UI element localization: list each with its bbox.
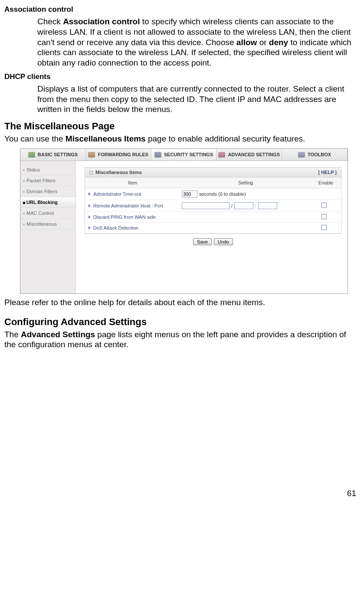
remote-port1-input[interactable] — [234, 202, 253, 209]
tab-label: FORWARDING RULES — [98, 152, 148, 157]
sidebar-item-domain-filters[interactable]: Domain Filters — [20, 186, 75, 197]
tab-icon — [218, 152, 225, 158]
assoc-control-heading: Association control — [4, 5, 360, 14]
panel-title-text: Miscellaneous Items — [95, 170, 142, 175]
col-enable: Enable — [311, 178, 341, 188]
enable-checkbox[interactable] — [321, 203, 327, 208]
row-label: Discard PING from WAN side — [93, 214, 182, 220]
tab-advanced-settings[interactable]: ADVANCED SETTINGS — [216, 149, 282, 161]
bold-term: Advanced Settings — [21, 330, 95, 339]
undo-button[interactable]: Undo — [214, 238, 233, 245]
enable-checkbox[interactable] — [321, 214, 327, 219]
panel-header: Miscellaneous Items [ HELP ] — [85, 168, 341, 178]
remote-port2-input[interactable] — [258, 202, 277, 209]
sidebar-item-mac-control[interactable]: MAC Control — [20, 208, 75, 219]
tab-label: ADVANCED SETTINGS — [228, 152, 280, 157]
sidebar-item-url-blocking[interactable]: URL Blocking — [20, 197, 75, 208]
misc-items-panel: Miscellaneous Items [ HELP ] Item Settin… — [85, 167, 341, 234]
bold-term: Miscellaneous Items — [66, 134, 146, 143]
page-number: 61 — [4, 489, 360, 498]
row-enable — [309, 225, 339, 231]
tab-label: SECURITY SETTINGS — [164, 152, 213, 157]
tab-icon — [88, 152, 95, 158]
router-ui-screenshot: BASIC SETTINGS FORWARDING RULES SECURITY… — [20, 148, 348, 294]
remote-host-input[interactable] — [182, 202, 230, 209]
row-setting: seconds (0 to disable) — [182, 191, 309, 197]
triangle-icon — [89, 226, 91, 230]
row-dos-attack: DoS Attack Detection — [85, 223, 341, 234]
tab-security-settings[interactable]: SECURITY SETTINGS — [151, 149, 217, 161]
assoc-control-body: Check Association control to specify whi… — [37, 16, 354, 68]
dhcp-clients-body: Displays a list of computers that are cu… — [37, 84, 354, 115]
tab-icon — [298, 152, 305, 158]
tab-basic-settings[interactable]: BASIC SETTINGS — [20, 149, 86, 161]
tab-icon — [28, 152, 35, 158]
dhcp-clients-heading: DHCP clients — [4, 72, 360, 81]
text: or — [257, 38, 269, 47]
sidebar-item-miscellaneous[interactable]: Miscellaneous — [20, 219, 75, 230]
col-setting: Setting — [180, 178, 311, 188]
row-label: DoS Attack Detection — [93, 225, 182, 230]
text: page to enable additional security featu… — [146, 134, 305, 143]
tab-toolbox[interactable]: TOOLBOX — [282, 149, 348, 161]
table-header-row: Item Setting Enable — [85, 178, 341, 188]
text: You can use the — [4, 134, 66, 143]
sep: / — [231, 203, 233, 208]
adv-settings-lead: The Advanced Settings page lists eight m… — [4, 329, 354, 350]
help-link[interactable]: [ HELP ] — [318, 170, 337, 175]
misc-page-lead: You can use the Miscellaneous Items page… — [4, 134, 354, 144]
row-label: Administrator Time-out — [93, 191, 182, 197]
bold-term: Association control — [63, 17, 140, 26]
misc-after-text: Please refer to the online help for deta… — [4, 297, 354, 308]
square-icon — [89, 171, 93, 174]
tab-bar: BASIC SETTINGS FORWARDING RULES SECURITY… — [20, 149, 348, 161]
triangle-icon — [89, 192, 91, 196]
triangle-icon — [89, 215, 91, 219]
tab-icon — [154, 152, 161, 158]
row-label: Remote Administrator Host : Port — [93, 203, 182, 208]
button-row: Save Undo — [85, 234, 341, 247]
col-item: Item — [85, 178, 180, 188]
row-admin-timeout: Administrator Time-out seconds (0 to dis… — [85, 188, 341, 200]
row-enable — [309, 203, 339, 209]
triangle-icon — [89, 204, 91, 207]
row-remote-admin: Remote Administrator Host : Port / : — [85, 200, 341, 212]
sep: : — [255, 203, 256, 208]
save-button[interactable]: Save — [193, 238, 212, 245]
text: Check — [37, 17, 63, 26]
enable-checkbox[interactable] — [321, 225, 327, 230]
panel-title: Miscellaneous Items — [89, 170, 142, 175]
sidebar-item-packet-filters[interactable]: Packet Filters — [20, 175, 75, 186]
misc-page-heading: The Miscellaneous Page — [4, 121, 360, 132]
content-pane: Miscellaneous Items [ HELP ] Item Settin… — [76, 161, 348, 293]
bold-term: deny — [269, 38, 288, 47]
sidebar: Status Packet Filters Domain Filters URL… — [20, 161, 76, 293]
tab-label: BASIC SETTINGS — [38, 152, 78, 157]
bold-term: allow — [236, 38, 257, 47]
adv-settings-heading: Configuring Advanced Settings — [4, 316, 360, 328]
text: The — [4, 330, 21, 339]
row-enable — [309, 214, 339, 220]
timeout-suffix: seconds (0 to disable) — [199, 191, 246, 197]
tab-label: TOOLBOX — [308, 152, 331, 157]
main-area: Status Packet Filters Domain Filters URL… — [20, 161, 348, 293]
tab-forwarding-rules[interactable]: FORWARDING RULES — [86, 149, 151, 161]
admin-timeout-input[interactable] — [182, 191, 197, 197]
row-setting: / : — [182, 202, 309, 209]
sidebar-item-status[interactable]: Status — [20, 164, 75, 175]
row-discard-ping: Discard PING from WAN side — [85, 212, 341, 223]
